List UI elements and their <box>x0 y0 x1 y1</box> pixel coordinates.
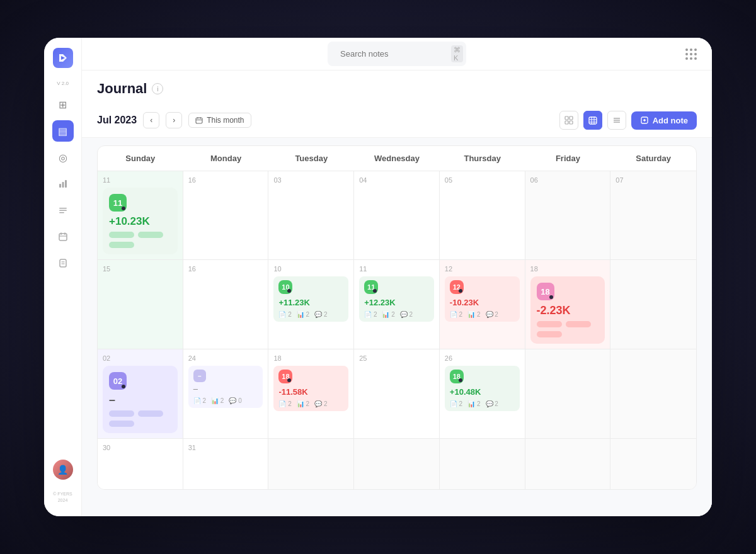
svg-rect-22 <box>570 121 573 124</box>
note-meta: 📄 2 📊 2 💬 2 <box>450 311 515 318</box>
chart-count: 📊 2 <box>382 311 394 318</box>
svg-rect-4 <box>59 210 67 212</box>
chart-count: 📊 2 <box>467 311 480 318</box>
main-content: ⌘ K Journal i <box>82 38 712 516</box>
sidebar-item-calendar[interactable] <box>52 226 74 247</box>
chart-count: 📊 2 <box>297 311 309 318</box>
cal-cell-jul12[interactable]: 12 12 -10.23K 📄 2 📊 2 💬 2 <box>440 260 525 349</box>
search-input[interactable] <box>340 49 446 59</box>
sidebar-item-journal[interactable]: ▤ <box>52 120 74 142</box>
cal-cell-jul10[interactable]: 03 <box>268 171 354 260</box>
note-value: +10.23K <box>109 215 171 228</box>
add-note-label: Add note <box>653 116 688 125</box>
search-bar[interactable]: ⌘ K <box>328 42 466 66</box>
cal-cell-jul11[interactable]: 11 11 +10.23K <box>98 171 183 260</box>
info-icon[interactable]: i <box>152 83 163 94</box>
cal-cell-jul30[interactable]: 30 <box>98 439 183 489</box>
cal-cell-jul31[interactable]: 31 <box>183 439 269 489</box>
cal-cell-jul24[interactable]: 24 – – 📄 2 📊 2 💬 0 <box>183 349 269 439</box>
search-shortcut: ⌘ K <box>451 45 463 62</box>
cal-cell-jul10b[interactable]: 10 10 +11.23K 📄 2 📊 2 💬 2 <box>268 260 354 349</box>
cal-cell-jul16[interactable]: 16 <box>183 171 269 260</box>
day-header-sunday: Sunday <box>98 146 183 171</box>
day-number: 25 <box>359 354 434 362</box>
cal-cell-jul-empty1[interactable] <box>268 439 354 489</box>
page-title: Journal <box>97 81 147 97</box>
cal-cell-jul18c[interactable]: 26 18 +10.48K 📄 2 📊 2 💬 2 <box>440 349 525 439</box>
this-month-button[interactable]: This month <box>188 113 251 128</box>
cal-cell-jul16b[interactable]: 16 <box>183 260 269 349</box>
note-tag <box>537 331 562 337</box>
sidebar-item-notes[interactable] <box>52 200 74 221</box>
apps-grid-button[interactable] <box>685 48 697 60</box>
calendar-header: Sunday Monday Tuesday Wednesday Thursday… <box>98 146 696 171</box>
cal-cell-jul15[interactable]: 15 <box>98 260 183 349</box>
cal-cell-jul-sat2[interactable] <box>610 349 696 439</box>
svg-rect-21 <box>565 121 568 124</box>
chart-count: 📊 2 <box>467 400 480 407</box>
note-meta: 📄 2 📊 2 💬 0 <box>193 397 258 404</box>
next-month-button[interactable]: › <box>166 112 182 128</box>
cal-cell-jul25[interactable]: 25 <box>354 349 440 439</box>
add-note-button[interactable]: Add note <box>631 111 697 130</box>
cal-cell-jul02[interactable]: 02 02 – <box>98 349 183 439</box>
cal-cell-jul05[interactable]: 05 <box>440 171 525 260</box>
sidebar-item-dashboard[interactable]: ⊞ <box>52 94 74 115</box>
comment-count: 💬 2 <box>314 311 327 318</box>
doc-count: 📄 2 <box>450 311 462 318</box>
cal-cell-jul-empty5[interactable] <box>610 439 696 489</box>
note-badge-24: – <box>193 370 206 382</box>
day-number: 04 <box>359 176 434 184</box>
cal-cell-jul11b[interactable]: 11 11 +12.23K 📄 2 📊 2 💬 2 <box>354 260 440 349</box>
cal-cell-jul-empty4[interactable] <box>525 439 611 489</box>
note-meta: 📄 2 📊 2 💬 2 <box>278 400 343 407</box>
dot <box>685 57 688 60</box>
cal-cell-jul-empty3[interactable] <box>440 439 525 489</box>
cal-cell-jul18b[interactable]: 18 18 -11.58K 📄 2 📊 2 💬 2 <box>268 349 354 439</box>
cal-cell-jul-empty2[interactable] <box>354 439 440 489</box>
note-meta: 📄 2 📊 2 💬 2 <box>364 311 429 318</box>
version-label: V 2.0 <box>57 81 69 86</box>
cal-cell-jul07[interactable]: 07 <box>610 171 696 260</box>
app-shell: V 2.0 ⊞ ▤ ◎ <box>44 38 712 516</box>
note-card-jul11[interactable]: 11 +10.23K <box>103 188 178 254</box>
day-number: 05 <box>445 176 520 184</box>
day-number: 12 <box>445 265 520 273</box>
comment-count: 💬 2 <box>486 311 498 318</box>
cal-cell-jul-fri2[interactable] <box>525 349 611 439</box>
svg-rect-5 <box>59 212 64 213</box>
doc-count: 📄 2 <box>278 400 291 407</box>
sidebar: V 2.0 ⊞ ▤ ◎ <box>44 38 82 516</box>
note-badge-02: 02 <box>109 372 127 390</box>
sidebar-item-reports[interactable] <box>52 252 74 274</box>
calendar-toolbar: Jul 2023 ‹ › This month <box>97 105 697 137</box>
svg-rect-23 <box>589 117 597 124</box>
svg-rect-0 <box>59 184 61 188</box>
day-number: 30 <box>103 444 178 451</box>
day-header-friday: Friday <box>525 146 611 171</box>
svg-rect-15 <box>196 118 202 123</box>
user-avatar[interactable]: 👤 <box>53 460 73 480</box>
cal-cell-jul04[interactable]: 04 <box>354 171 440 260</box>
day-number: 07 <box>616 176 691 184</box>
dot <box>690 57 692 60</box>
note-badge: 11 <box>109 194 127 212</box>
day-number: 24 <box>188 354 263 362</box>
view-list-button[interactable] <box>607 111 626 130</box>
note-tag <box>109 410 134 417</box>
view-calendar-button[interactable] <box>583 111 602 130</box>
cal-cell-jul-sat[interactable] <box>610 260 696 349</box>
cal-cell-jul06[interactable]: 06 <box>525 171 611 260</box>
svg-rect-2 <box>65 180 67 188</box>
prev-month-button[interactable]: ‹ <box>143 112 159 128</box>
comment-count: 💬 2 <box>400 311 413 318</box>
sidebar-item-portfolio[interactable]: ◎ <box>52 147 74 168</box>
day-number: 31 <box>188 444 263 451</box>
app-logo[interactable] <box>53 48 73 68</box>
sidebar-item-analytics[interactable] <box>52 173 74 195</box>
day-number: 06 <box>530 176 605 184</box>
view-grid-button[interactable] <box>559 111 578 130</box>
note-value-neg1023: -10.23K <box>450 298 515 307</box>
calendar-area: Sunday Monday Tuesday Wednesday Thursday… <box>82 138 712 516</box>
cal-cell-jul18[interactable]: 18 18 -2.23K <box>525 260 611 349</box>
